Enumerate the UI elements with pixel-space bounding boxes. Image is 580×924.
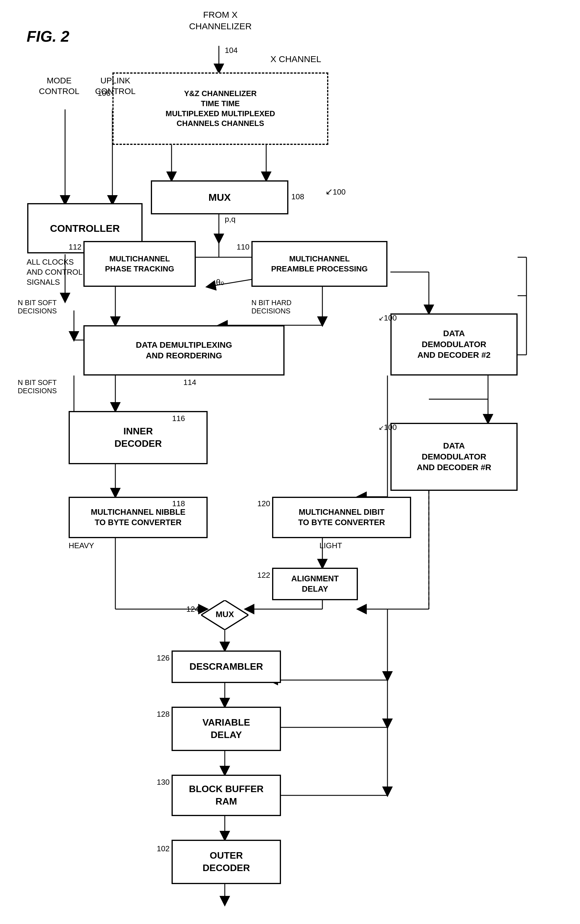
uplink-control-label: UPLINK CONTROL [86,76,145,97]
mux-bottom-box: MUX [201,600,249,630]
diagram-container: FIG. 2 FROM X CHANNELIZER 104 X CHANNEL … [0,0,580,924]
data-demod-2-box: DATA DEMODULATOR AND DECODER #2 [391,313,517,375]
svg-text:MUX: MUX [216,610,234,619]
theta-label: θ₀ [216,277,224,287]
phase-tracking-box: MULTICHANNEL PHASE TRACKING [83,241,196,287]
num-108: 108 [291,192,304,201]
heavy-label: HEAVY [69,541,94,550]
num-130: 130 [157,778,170,787]
num-100-2: ↙100 [379,313,397,322]
num-102: 102 [157,844,170,853]
outer-decoder-box: OUTER DECODER [171,840,281,884]
block-buffer-box: BLOCK BUFFER RAM [171,775,281,816]
num-126: 126 [157,653,170,663]
mode-control-label: MODE CONTROL [30,76,89,97]
data-demux-box: DATA DEMULTIPLEXING AND REORDERING [83,325,285,375]
figure-title: FIG. 2 [26,26,69,47]
num-118: 118 [172,499,185,508]
inner-decoder-box: INNER DECODER [69,411,208,464]
pq-label: p,q [225,215,236,224]
num-122: 122 [257,571,270,580]
num-104: 104 [225,46,237,55]
num-100-top: ↙100 [325,186,346,197]
num-116: 116 [172,414,185,423]
num-100-3: ↙100 [379,423,397,432]
num-114: 114 [183,378,196,387]
num-110: 110 [237,242,249,252]
data-demod-r-box: DATA DEMODULATOR AND DECODER #R [391,423,517,491]
nibble-converter-box: MULTICHANNEL NIBBLE TO BYTE CONVERTER [69,497,208,538]
x-channel-label: X CHANNEL [266,53,325,65]
variable-delay-box: VARIABLE DELAY [171,707,281,751]
descrambler-box: DESCRAMBLER [171,651,281,683]
n-bit-soft-1-label: N BIT SOFT DECISIONS [18,299,83,315]
dibit-converter-box: MULTICHANNEL DIBIT TO BYTE CONVERTER [272,497,411,538]
preamble-box: MULTICHANNEL PREAMBLE PROCESSING [251,241,387,287]
light-label: LIGHT [320,541,342,550]
num-124: 124 [186,605,199,614]
from-x-channelizer-label: FROM X CHANNELIZER [171,9,269,32]
num-112: 112 [69,242,81,252]
alignment-delay-box: ALIGNMENT DELAY [272,568,358,600]
num-128: 128 [157,710,170,719]
mux-top-box: MUX [151,180,288,214]
num-120: 120 [257,499,270,508]
n-bit-hard-label: N BIT HARD DECISIONS [251,299,331,315]
n-bit-soft-2-label: N BIT SOFT DECISIONS [18,378,83,395]
